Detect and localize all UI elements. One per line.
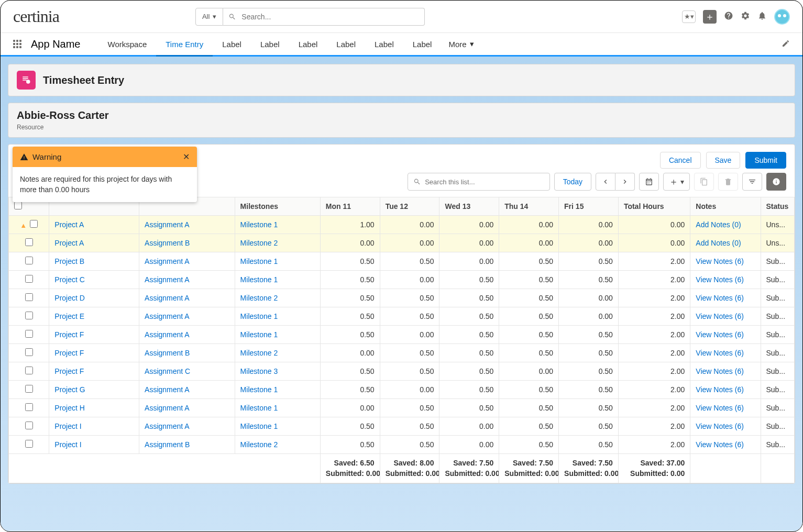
app-launcher-icon[interactable] xyxy=(13,40,21,48)
help-icon[interactable] xyxy=(724,11,733,22)
next-week-button[interactable] xyxy=(615,173,635,191)
info-button[interactable] xyxy=(766,173,786,191)
assignment-link[interactable]: Assignment A xyxy=(145,385,190,394)
milestone-link[interactable]: Milestone 2 xyxy=(240,440,278,449)
cell-wed[interactable]: 0.50 xyxy=(439,307,499,326)
assignment-link[interactable]: Assignment A xyxy=(145,294,190,302)
nav-item-label-6[interactable]: Label xyxy=(365,33,403,55)
cell-mon[interactable]: 0.50 xyxy=(320,252,380,271)
project-link[interactable]: Project H xyxy=(54,404,85,412)
milestone-link[interactable]: Milestone 2 xyxy=(240,294,278,302)
notifications-bell-icon[interactable] xyxy=(757,11,767,22)
milestone-link[interactable]: Milestone 1 xyxy=(240,422,278,430)
row-checkbox[interactable] xyxy=(25,403,33,411)
assignment-link[interactable]: Assignment A xyxy=(145,257,190,265)
cell-mon[interactable]: 0.00 xyxy=(320,234,380,252)
nav-item-workspace-0[interactable]: Workspace xyxy=(98,33,157,55)
global-create-button[interactable]: ＋ xyxy=(703,10,717,24)
cell-thu[interactable]: 0.00 xyxy=(499,216,559,234)
user-avatar[interactable] xyxy=(774,9,790,25)
milestone-link[interactable]: Milestone 1 xyxy=(240,404,278,412)
cell-fri[interactable]: 0.50 xyxy=(559,326,619,344)
cell-tue[interactable]: 0.50 xyxy=(380,252,439,271)
cell-fri[interactable]: 0.50 xyxy=(559,252,619,271)
close-icon[interactable]: ✕ xyxy=(183,152,190,162)
project-link[interactable]: Project E xyxy=(54,312,84,320)
milestone-link[interactable]: Milestone 1 xyxy=(240,330,278,339)
cell-mon[interactable]: 0.50 xyxy=(320,289,380,307)
row-checkbox[interactable] xyxy=(25,293,33,301)
cell-wed[interactable]: 0.00 xyxy=(439,234,499,252)
milestone-link[interactable]: Milestone 1 xyxy=(240,275,278,284)
cell-mon[interactable]: 0.00 xyxy=(320,344,380,362)
cell-fri[interactable]: 0.50 xyxy=(559,362,619,381)
cell-mon[interactable]: 0.50 xyxy=(320,436,380,454)
milestone-link[interactable]: Milestone 1 xyxy=(240,312,278,320)
assignment-link[interactable]: Assignment A xyxy=(145,404,190,412)
search-scope-select[interactable]: All ▾ xyxy=(195,8,223,26)
milestone-link[interactable]: Milestone 3 xyxy=(240,367,278,375)
notes-link[interactable]: View Notes (6) xyxy=(696,422,744,430)
notes-link[interactable]: View Notes (6) xyxy=(696,349,744,357)
cell-thu[interactable]: 0.00 xyxy=(499,234,559,252)
milestone-link[interactable]: Milestone 1 xyxy=(240,257,278,265)
project-link[interactable]: Project A xyxy=(54,220,84,229)
cell-tue[interactable]: 0.50 xyxy=(380,417,439,436)
cell-wed[interactable]: 0.50 xyxy=(439,326,499,344)
filter-button[interactable] xyxy=(742,173,762,191)
assignment-link[interactable]: Assignment A xyxy=(145,275,190,284)
row-checkbox[interactable] xyxy=(25,275,33,283)
cell-tue[interactable]: 0.50 xyxy=(380,307,439,326)
cell-wed[interactable]: 0.00 xyxy=(439,216,499,234)
assignment-link[interactable]: Assignment A xyxy=(145,312,190,320)
cell-mon[interactable]: 0.50 xyxy=(320,381,380,399)
cell-tue[interactable]: 0.00 xyxy=(380,381,439,399)
list-search-input[interactable] xyxy=(425,178,544,186)
global-search[interactable] xyxy=(223,8,425,26)
add-line-button[interactable]: ＋▾ xyxy=(663,173,690,191)
cell-fri[interactable]: 0.50 xyxy=(559,271,619,289)
cell-tue[interactable]: 0.50 xyxy=(380,289,439,307)
assignment-link[interactable]: Assignment A xyxy=(145,330,190,339)
assignment-link[interactable]: Assignment A xyxy=(145,422,190,430)
notes-link[interactable]: View Notes (6) xyxy=(696,275,744,284)
notes-link[interactable]: View Notes (6) xyxy=(696,294,744,302)
nav-item-label-5[interactable]: Label xyxy=(327,33,365,55)
select-all-checkbox[interactable] xyxy=(14,202,22,209)
cell-fri[interactable]: 0.00 xyxy=(559,234,619,252)
cell-thu[interactable]: 0.50 xyxy=(499,381,559,399)
cell-mon[interactable]: 1.00 xyxy=(320,216,380,234)
row-checkbox[interactable] xyxy=(25,257,33,264)
submit-button[interactable]: Submit xyxy=(745,152,786,169)
cell-tue[interactable]: 0.00 xyxy=(380,326,439,344)
cell-wed[interactable]: 0.50 xyxy=(439,289,499,307)
cell-mon[interactable]: 0.00 xyxy=(320,399,380,417)
cell-mon[interactable]: 0.50 xyxy=(320,271,380,289)
setup-gear-icon[interactable] xyxy=(741,11,750,22)
nav-item-label-3[interactable]: Label xyxy=(251,33,289,55)
nav-item-label-4[interactable]: Label xyxy=(289,33,327,55)
favorites-button[interactable]: ★▾ xyxy=(682,10,696,23)
row-checkbox[interactable] xyxy=(25,330,33,338)
edit-nav-pencil-icon[interactable] xyxy=(782,39,790,49)
cell-fri[interactable]: 0.50 xyxy=(559,381,619,399)
milestone-link[interactable]: Milestone 2 xyxy=(240,239,278,247)
nav-more[interactable]: More▾ xyxy=(441,39,481,49)
cell-mon[interactable]: 0.50 xyxy=(320,326,380,344)
cell-thu[interactable]: 0.00 xyxy=(499,362,559,381)
cell-wed[interactable]: 0.50 xyxy=(439,271,499,289)
global-search-input[interactable] xyxy=(241,13,419,21)
cell-mon[interactable]: 0.50 xyxy=(320,417,380,436)
project-link[interactable]: Project D xyxy=(54,294,85,302)
assignment-link[interactable]: Assignment C xyxy=(145,367,190,375)
notes-link[interactable]: Add Notes (0) xyxy=(696,239,741,247)
project-link[interactable]: Project F xyxy=(54,330,84,339)
cancel-button[interactable]: Cancel xyxy=(660,152,701,169)
cell-fri[interactable]: 0.00 xyxy=(559,216,619,234)
row-checkbox[interactable] xyxy=(25,238,33,246)
project-link[interactable]: Project F xyxy=(54,349,84,357)
milestone-link[interactable]: Milestone 2 xyxy=(240,349,278,357)
cell-fri[interactable]: 0.00 xyxy=(559,307,619,326)
row-checkbox[interactable] xyxy=(25,348,33,356)
prev-week-button[interactable] xyxy=(596,173,615,191)
